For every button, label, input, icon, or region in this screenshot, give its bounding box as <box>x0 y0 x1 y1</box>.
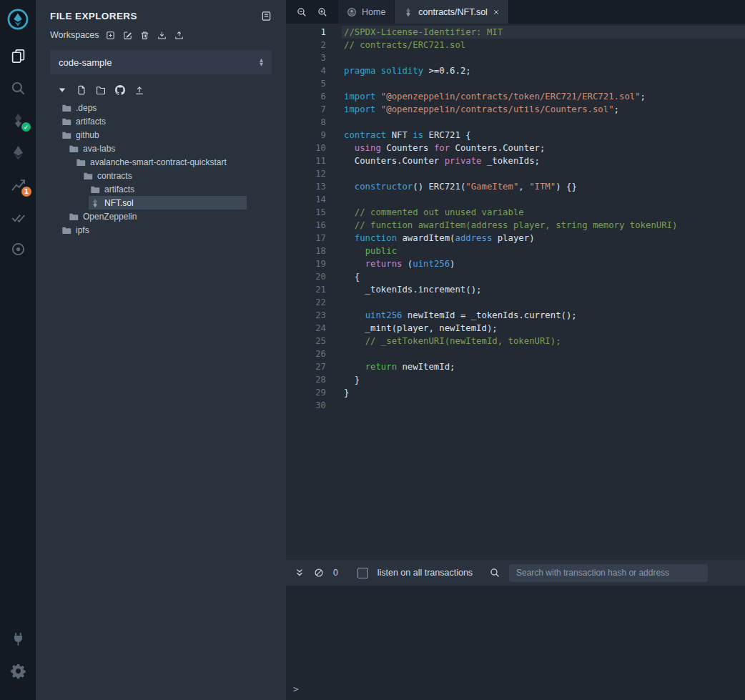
rename-workspace-icon[interactable] <box>123 31 132 40</box>
line-number[interactable]: 25 <box>286 335 342 347</box>
editor-line[interactable]: 26 <box>286 347 745 360</box>
code-editor[interactable]: 1//SPDX-License-Identifier: MIT2// contr… <box>286 24 745 560</box>
line-number[interactable]: 16 <box>286 219 342 232</box>
line-number[interactable]: 6 <box>286 90 342 103</box>
line-number[interactable]: 17 <box>286 232 342 245</box>
editor-line[interactable]: 22 <box>286 296 745 309</box>
line-number[interactable]: 28 <box>286 373 342 386</box>
editor-line[interactable]: 7import "@openzeppelin/contracts/utils/C… <box>286 103 745 116</box>
tree-item-contracts[interactable]: contracts <box>36 169 286 182</box>
terminal-search-input[interactable] <box>509 564 708 582</box>
download-workspaces-icon[interactable] <box>157 31 167 40</box>
line-number[interactable]: 10 <box>286 142 342 154</box>
line-number[interactable]: 23 <box>286 309 342 322</box>
tree-item-ava-labs[interactable]: ava-labs <box>36 142 286 155</box>
line-number[interactable]: 9 <box>286 129 342 142</box>
editor-line[interactable]: 30 <box>286 399 745 412</box>
tree-item--deps[interactable]: .deps <box>36 101 286 114</box>
terminal-expand-icon[interactable] <box>295 568 305 578</box>
editor-line[interactable]: 20 { <box>286 270 745 283</box>
solidity-compiler-icon[interactable]: ✓ <box>8 110 28 130</box>
restore-workspaces-icon[interactable] <box>174 31 184 40</box>
zoom-in-icon[interactable] <box>317 7 327 17</box>
listen-transactions-checkbox[interactable] <box>357 568 368 578</box>
line-number[interactable]: 15 <box>286 206 342 219</box>
line-number[interactable]: 12 <box>286 167 342 180</box>
tab-home[interactable]: Home <box>338 0 395 24</box>
terminal-clear-icon[interactable] <box>314 568 324 578</box>
editor-line[interactable]: 6import "@openzeppelin/contracts/token/E… <box>286 90 745 103</box>
terminal[interactable]: > <box>286 586 745 700</box>
plugin-manager-icon[interactable] <box>8 628 28 649</box>
panel-menu-icon[interactable] <box>261 11 272 21</box>
line-number[interactable]: 13 <box>286 180 342 193</box>
editor-line[interactable]: 9contract NFT is ERC721 { <box>286 129 745 142</box>
line-number[interactable]: 4 <box>286 64 342 77</box>
tree-item-nft-sol[interactable]: NFT.sol <box>36 196 286 209</box>
new-folder-icon[interactable] <box>96 85 106 95</box>
editor-line[interactable]: 12 <box>286 167 745 180</box>
search-icon[interactable] <box>8 78 28 98</box>
editor-line[interactable]: 2// contracts/ERC721.sol <box>286 39 745 51</box>
editor-line[interactable]: 15 // commented out unused variable <box>286 206 745 219</box>
editor-line[interactable]: 5 <box>286 77 745 90</box>
editor-line[interactable]: 4pragma solidity >=0.6.2; <box>286 64 745 77</box>
workspace-select[interactable]: code-sample ▲▼ <box>50 50 272 74</box>
line-number[interactable]: 5 <box>286 77 342 90</box>
editor-line[interactable]: 11 Counters.Counter private _tokenIds; <box>286 154 745 167</box>
editor-line[interactable]: 25 // _setTokenURI(newItemId, tokenURI); <box>286 335 745 347</box>
file-explorer-icon[interactable] <box>8 46 28 66</box>
new-file-icon[interactable] <box>77 85 87 95</box>
line-number[interactable]: 18 <box>286 245 342 257</box>
zoom-out-icon[interactable] <box>297 7 307 17</box>
editor-line[interactable]: 10 using Counters for Counters.Counter; <box>286 142 745 154</box>
line-number[interactable]: 1 <box>286 26 342 39</box>
tree-item-avalanche-smart-contract-quickstart[interactable]: avalanche-smart-contract-quickstart <box>36 155 286 169</box>
line-number[interactable]: 14 <box>286 193 342 206</box>
close-icon[interactable] <box>493 9 500 16</box>
tree-item-artifacts[interactable]: artifacts <box>36 114 286 128</box>
line-number[interactable]: 22 <box>286 296 342 309</box>
deploy-run-icon[interactable] <box>8 142 28 162</box>
create-workspace-icon[interactable] <box>106 31 115 40</box>
editor-line[interactable]: 29} <box>286 386 745 399</box>
tree-item-artifacts[interactable]: artifacts <box>36 182 286 196</box>
github-icon[interactable] <box>115 85 125 95</box>
line-number[interactable]: 8 <box>286 116 342 129</box>
line-number[interactable]: 30 <box>286 399 342 412</box>
line-number[interactable]: 26 <box>286 347 342 360</box>
tree-item-openzeppelin[interactable]: OpenZeppelin <box>36 209 286 223</box>
line-number[interactable]: 24 <box>286 322 342 335</box>
editor-line[interactable]: 23 uint256 newItemId = _tokenIds.current… <box>286 309 745 322</box>
editor-line[interactable]: 21 _tokenIds.increment(); <box>286 283 745 296</box>
unit-testing-icon[interactable] <box>8 207 28 227</box>
tab-contracts-nft-sol[interactable]: contracts/NFT.sol <box>395 0 509 24</box>
upload-file-icon[interactable] <box>134 85 144 95</box>
editor-line[interactable]: 17 function awardItem(address player) <box>286 232 745 245</box>
plugin-circle-icon[interactable] <box>8 239 28 259</box>
delete-workspace-icon[interactable] <box>140 31 149 40</box>
line-number[interactable]: 21 <box>286 283 342 296</box>
editor-line[interactable]: 1//SPDX-License-Identifier: MIT <box>286 26 745 39</box>
editor-line[interactable]: 16 // function awardItem(address player,… <box>286 219 745 232</box>
line-number[interactable]: 19 <box>286 257 342 270</box>
editor-line[interactable]: 14 <box>286 193 745 206</box>
editor-line[interactable]: 8 <box>286 116 745 129</box>
editor-line[interactable]: 24 _mint(player, newItemId); <box>286 322 745 335</box>
editor-line[interactable]: 18 public <box>286 245 745 257</box>
collapse-icon[interactable] <box>57 85 67 95</box>
remix-logo[interactable] <box>4 5 32 34</box>
line-number[interactable]: 27 <box>286 360 342 373</box>
editor-line[interactable]: 27 return newItemId; <box>286 360 745 373</box>
editor-line[interactable]: 28 } <box>286 373 745 386</box>
editor-line[interactable]: 13 constructor() ERC721("GameItem", "ITM… <box>286 180 745 193</box>
line-number[interactable]: 2 <box>286 39 342 51</box>
line-number[interactable]: 20 <box>286 270 342 283</box>
tree-item-github[interactable]: github <box>36 128 286 142</box>
plugin-analytics-icon[interactable]: 1 <box>8 174 28 194</box>
editor-line[interactable]: 19 returns (uint256) <box>286 257 745 270</box>
line-number[interactable]: 7 <box>286 103 342 116</box>
line-number[interactable]: 3 <box>286 51 342 64</box>
editor-line[interactable]: 3 <box>286 51 745 64</box>
settings-icon[interactable] <box>8 661 28 681</box>
